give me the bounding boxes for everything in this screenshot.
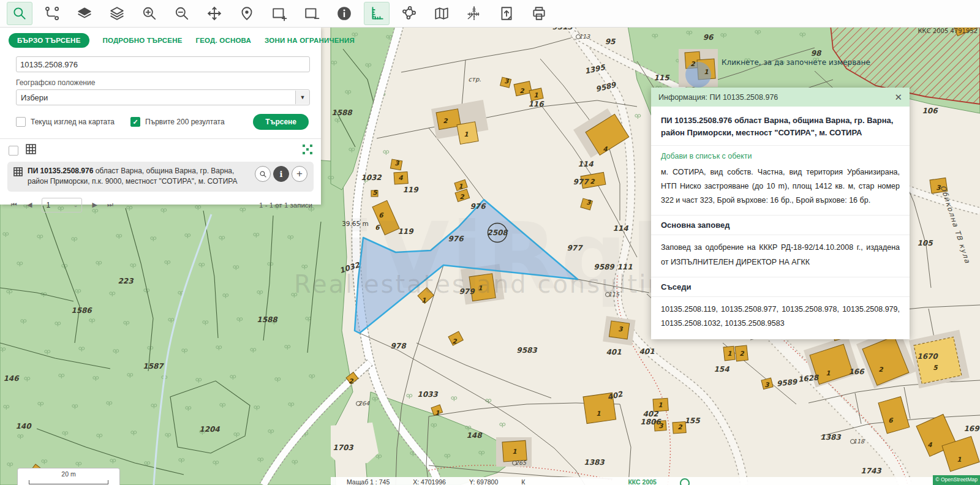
last-page-icon[interactable]: ⏭ — [107, 201, 113, 209]
svg-text:1033: 1033 — [417, 390, 439, 399]
search-icon[interactable] — [7, 2, 32, 25]
svg-text:1: 1 — [458, 182, 462, 190]
osm-attribution[interactable]: © OpenStreetMap — [933, 475, 980, 485]
select-all-checkbox[interactable] — [9, 146, 18, 156]
svg-text:140: 140 — [15, 422, 32, 430]
neighbors-section-heading: Съседи — [651, 277, 910, 297]
zoom-to-results-icon[interactable] — [303, 145, 312, 157]
svg-text:1: 1 — [464, 130, 468, 138]
svg-text:ККС 2005 4791952: ККС 2005 4791952 — [918, 28, 978, 34]
svg-text:1: 1 — [957, 456, 961, 463]
svg-text:1670: 1670 — [917, 352, 938, 361]
svg-text:2: 2 — [690, 60, 695, 67]
result-text: ПИ 10135.2508.976 област Варна, община В… — [28, 166, 247, 187]
close-icon[interactable]: ✕ — [894, 92, 902, 102]
svg-text:105: 105 — [917, 239, 933, 247]
location-icon[interactable] — [234, 2, 260, 25]
popup-header: Информация: ПИ 10135.2508.976 ✕ — [651, 88, 910, 107]
chevron-down-icon[interactable]: ▼ — [295, 91, 309, 104]
svg-text:1: 1 — [435, 409, 439, 416]
geo-location-select[interactable]: Избери ▼ — [16, 89, 310, 105]
tab-geodetic-base[interactable]: ГЕОД. ОСНОВА — [196, 37, 252, 44]
prev-page-icon[interactable]: ◀ — [27, 201, 32, 209]
result-add-icon[interactable]: + — [292, 166, 307, 182]
map-icon[interactable] — [429, 2, 454, 25]
axes-icon[interactable] — [461, 2, 487, 25]
export-icon[interactable] — [494, 2, 519, 25]
svg-text:223: 223 — [118, 277, 134, 285]
svg-text:1204: 1204 — [199, 425, 220, 434]
svg-text:1587: 1587 — [143, 362, 164, 370]
search-input[interactable] — [16, 56, 310, 72]
scale-bar: 20 m — [17, 468, 120, 485]
current-view-checkbox[interactable] — [16, 117, 26, 127]
svg-text:стр.: стр. — [469, 76, 481, 83]
zoom-out-icon[interactable] — [169, 2, 195, 25]
svg-text:3: 3 — [764, 381, 769, 388]
zoom-in-icon[interactable] — [137, 2, 162, 25]
coordinate-k: К — [521, 478, 525, 485]
route-icon[interactable] — [39, 2, 65, 25]
svg-text:115: 115 — [654, 73, 670, 82]
crs-selector[interactable]: ККС 2005 — [628, 478, 657, 485]
popup-title-text: Информация: ПИ 10135.2508.976 — [658, 93, 778, 102]
coordinate-y: Y: 697800 — [469, 478, 498, 485]
layers-icon[interactable] — [104, 2, 130, 25]
grid-icon — [26, 144, 36, 157]
neighbors-list: 10135.2508.119, 10135.2508.977, 10135.25… — [651, 297, 910, 339]
svg-text:264: 264 — [358, 400, 370, 407]
svg-text:96: 96 — [703, 33, 714, 42]
scale-bar-label: 20 m — [61, 470, 75, 478]
svg-text:1588: 1588 — [257, 315, 278, 324]
tab-quick-search[interactable]: БЪРЗО ТЪРСЕНЕ — [9, 33, 89, 48]
add-to-list-link[interactable]: Добави в списък с обекти — [651, 146, 910, 162]
records-count: 1 - 1 от 1 записи — [259, 201, 312, 209]
locate-icon[interactable] — [680, 478, 690, 485]
pan-icon[interactable] — [202, 2, 227, 25]
tab-detailed-search[interactable]: ПОДРОБНО ТЪРСЕНЕ — [103, 37, 183, 44]
next-page-icon[interactable]: ▶ — [92, 201, 97, 209]
first-200-checkbox[interactable]: ✓ — [130, 117, 140, 127]
search-tabs: БЪРЗО ТЪРСЕНЕ ПОДРОБНО ТЪРСЕНЕ ГЕОД. ОСН… — [0, 27, 321, 48]
svg-text:169: 169 — [963, 424, 980, 433]
print-icon[interactable] — [526, 2, 552, 25]
result-zoom-icon[interactable] — [255, 166, 271, 182]
measure-icon[interactable] — [364, 2, 390, 25]
svg-text:3: 3 — [658, 422, 663, 429]
svg-text:1032: 1032 — [361, 173, 382, 182]
svg-text:1703: 1703 — [333, 443, 354, 452]
page-number: 1 — [46, 201, 50, 209]
search-button[interactable]: Търсене — [253, 114, 309, 130]
svg-text:1383: 1383 — [820, 433, 842, 442]
add-extent-icon[interactable] — [266, 2, 292, 25]
svg-text:401: 401 — [606, 348, 621, 356]
page-select[interactable]: 1 ⌄ — [42, 198, 82, 212]
svg-text:3: 3 — [618, 325, 623, 333]
svg-text:402: 402 — [643, 410, 659, 418]
svg-text:4: 4 — [603, 145, 608, 152]
pagination: ⏮ ◀ 1 ⌄ ▶ ⏭ 1 - 1 от 1 записи — [0, 192, 321, 212]
svg-text:2: 2 — [452, 337, 457, 345]
tab-restriction-zones[interactable]: ЗОНИ НА ОГРАНИЧЕНИЯ — [265, 37, 355, 44]
info-icon[interactable] — [331, 2, 357, 25]
result-info-icon[interactable]: i — [273, 166, 289, 182]
layer-icon[interactable] — [72, 2, 97, 25]
current-view-label: Текущ изглед на картата — [31, 118, 115, 126]
nodes-icon[interactable] — [396, 2, 422, 25]
svg-text:148: 148 — [466, 431, 483, 440]
svg-text:4: 4 — [398, 174, 403, 181]
svg-text:Real estates and consulting: Real estates and consulting — [294, 270, 682, 298]
first-page-icon[interactable]: ⏮ — [11, 201, 17, 209]
svg-text:155: 155 — [684, 416, 701, 425]
svg-text:2: 2 — [590, 178, 595, 185]
svg-text:113: 113 — [579, 33, 590, 40]
svg-text:95: 95 — [605, 37, 616, 46]
search-result-item[interactable]: ПИ 10135.2508.976 област Варна, община В… — [7, 162, 314, 192]
svg-text:Кликнете, за да започнете изме: Кликнете, за да започнете измерване — [722, 58, 870, 67]
svg-text:4: 4 — [927, 441, 932, 448]
remove-extent-icon[interactable] — [299, 2, 325, 25]
svg-text:2: 2 — [519, 87, 524, 94]
svg-text:1: 1 — [533, 91, 538, 99]
svg-text:114: 114 — [578, 160, 594, 168]
svg-text:3: 3 — [504, 77, 509, 85]
